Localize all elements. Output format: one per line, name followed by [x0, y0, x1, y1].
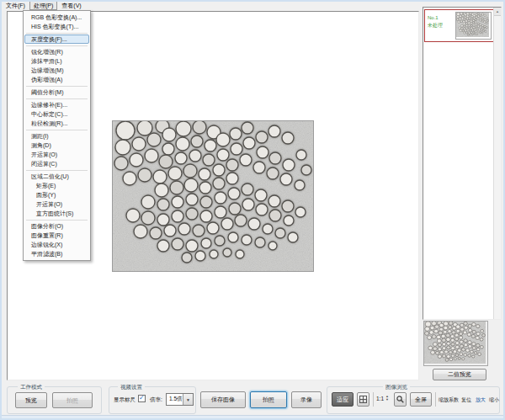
menu-bar: 文件(F) 处理(P) 查看(V) [2, 1, 86, 10]
menu-separator [24, 128, 90, 131]
menu-view[interactable]: 查看(V) [57, 1, 85, 10]
zoom-factor-label: 倍率: [150, 396, 162, 403]
spinner-arrows-icon[interactable]: ▲▼ [385, 395, 389, 401]
menu-separator [24, 84, 90, 88]
menu-item[interactable]: 边缘修补(E)... [24, 100, 90, 109]
image-list-item-selected[interactable]: No.1 未处理 [424, 9, 494, 42]
preview-thumbnail[interactable] [423, 321, 488, 366]
binary-preview-button[interactable]: 二值预览 [433, 369, 486, 380]
scroll-up-icon[interactable]: ▲ [494, 8, 501, 16]
dropdown-menu: RGB 色彩变换(A)...HIS 色彩变换(T)...灰度变换(F)...锐化… [23, 10, 91, 261]
menu-item[interactable]: 平滑滤波(B) [24, 249, 90, 258]
zoom-in-label[interactable]: 放大 [476, 396, 486, 404]
menu-item[interactable]: 锐化增强(R) [24, 47, 90, 56]
image-browse-caption: 图像浏览 [383, 383, 410, 391]
menu-item[interactable]: 中心标定(C)... [24, 109, 90, 119]
menu-item[interactable]: 涂抹平滑(L) [24, 56, 90, 66]
particle-micrograph [113, 121, 313, 271]
toolbar-divider-2 [435, 392, 436, 407]
capture-mode-button[interactable]: 拍照 [52, 392, 93, 408]
snapshot-button[interactable]: 拍照 [250, 391, 287, 408]
menu-item[interactable]: 直方图统计(S) [24, 209, 90, 218]
menu-item[interactable]: 区域二值化(U) [24, 172, 90, 181]
video-settings-caption: 视频设置 [118, 383, 145, 391]
magnifier-button[interactable] [394, 392, 407, 407]
zoom-out-label[interactable]: 缩小 [489, 396, 499, 404]
menu-item[interactable]: 测距(I) [24, 131, 90, 141]
toolbar-divider [373, 392, 374, 407]
window-bottom-strip [2, 415, 503, 419]
image-item-status: 未处理 [428, 22, 443, 29]
ratio-spinner[interactable]: 1:1 ▲▼ [376, 395, 389, 401]
menu-item[interactable]: 圆形(Y) [24, 190, 90, 199]
fullscreen-button[interactable]: 全屏 [410, 392, 432, 407]
preview-micrograph [424, 322, 486, 364]
thumbnail-micrograph [456, 13, 489, 37]
list-scrollbar[interactable]: ▲ [493, 8, 501, 319]
ruler-checkbox[interactable]: ✓ [138, 395, 146, 402]
image-list: No.1 未处理 ▲ [423, 7, 502, 320]
ratio-value: 1:1 [376, 396, 384, 401]
menu-item[interactable]: RGB 色彩变换(A)... [24, 13, 90, 22]
check-icon: ✓ [139, 394, 145, 401]
menu-item[interactable]: 开运算(O) [24, 199, 90, 209]
menu-item[interactable]: 矩形(E) [24, 181, 90, 190]
menu-item[interactable]: 伪彩增强(A) [24, 75, 90, 84]
zoom-scale-label[interactable]: 缩放系数 [439, 396, 459, 404]
menu-item[interactable]: 灰度变换(F)... [24, 35, 89, 44]
menu-process[interactable]: 处理(P) [29, 1, 57, 10]
menu-separator [24, 44, 90, 47]
menu-separator [24, 218, 90, 221]
ruler-label: 显示标尺 [114, 396, 136, 403]
menu-item[interactable]: 粒径检测(R)... [24, 119, 90, 128]
magnifier-icon [396, 396, 404, 403]
menu-separator [24, 97, 90, 100]
menu-item[interactable]: 闭运算(C) [24, 159, 90, 168]
work-mode-caption: 工作模式 [18, 383, 45, 391]
image-item-number: No.1 [428, 14, 443, 22]
chevron-down-icon[interactable]: ▼ [183, 394, 193, 405]
menu-item[interactable]: HIS 色彩变换(T)... [24, 22, 90, 31]
save-image-button[interactable]: 保存图像 [200, 391, 246, 408]
menu-item[interactable]: 边缘锐化(X) [24, 240, 90, 249]
image-item-thumbnail[interactable] [455, 12, 492, 40]
menu-item[interactable]: 阈值分析(M) [24, 88, 90, 97]
zoom-factor-value: 1.5倍 [167, 396, 183, 403]
micrograph-image[interactable] [112, 120, 314, 272]
grid-icon [359, 396, 367, 403]
menu-file[interactable]: 文件(F) [2, 1, 29, 10]
menu-item[interactable]: 图像分析(O) [24, 221, 90, 231]
record-button[interactable]: 录像 [291, 391, 322, 408]
zoom-factor-select[interactable]: 1.5倍 ▼ [166, 393, 194, 406]
grid-view-button[interactable] [357, 392, 369, 407]
reset-view-label[interactable]: 复位 [461, 396, 471, 404]
menu-item[interactable]: 开运算(O) [24, 150, 90, 159]
image-item-text: No.1 未处理 [428, 14, 443, 29]
menu-item[interactable]: 测角(D) [24, 141, 90, 150]
menu-item[interactable]: 边缘增强(M) [24, 66, 90, 75]
menu-separator [24, 31, 90, 35]
preview-mode-button[interactable]: 预览 [15, 392, 47, 408]
menu-item[interactable]: 图像重置(R) [24, 231, 90, 240]
fit-window-button[interactable]: 适应 [332, 392, 354, 407]
menu-separator [24, 168, 90, 172]
